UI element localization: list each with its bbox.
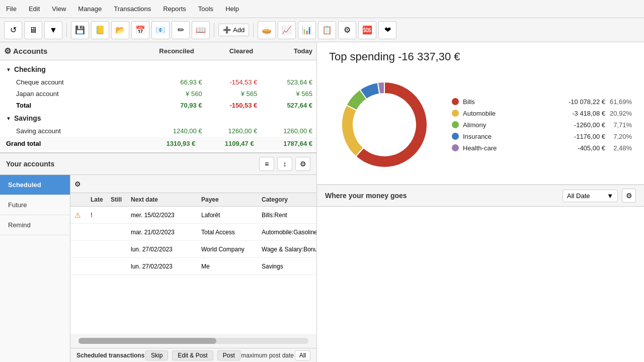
menu-reports[interactable]: Reports [161,4,188,14]
scheduled-bottom: Scheduled Future Remind ⚙ Late Still Nex… [0,175,316,362]
toolbar-bar-btn[interactable]: 📊 [298,21,316,39]
health-pct: 2,48% [609,144,632,152]
table-row[interactable]: ⚠ ! mer. 15/02/2023 Laforêt Bills:Rent h… [70,207,316,224]
toolbar-fav-btn[interactable]: ❤ [378,21,396,39]
warn-icon: ⚠ [70,210,87,220]
menu-edit[interactable]: Edit [27,4,42,14]
donut-chart [329,69,440,180]
edit-post-btn[interactable]: Edit & Post [172,350,213,360]
menu-help[interactable]: Help [223,4,241,14]
where-money-gear-btn[interactable]: ⚙ [622,189,636,203]
toolbar-email-btn[interactable]: 📧 [151,21,170,39]
payee-cell: Laforêt [197,211,258,220]
col-cleared: Cleared [194,47,254,55]
sched-label: Scheduled transactions [76,352,144,359]
settings-accounts-btn[interactable]: ⚙ [295,157,310,171]
saving-account-name: Saving account [16,127,147,135]
where-money-label: Where your money goes [325,192,407,200]
savings-group-header[interactable]: ▼ Savings [0,111,316,125]
cheque-cleared: -154,53 € [202,78,258,86]
bills-dot [452,98,459,105]
toolbar-pie-btn[interactable]: 🥧 [258,21,276,39]
left-panel: ⚙ Accounts Reconciled Cleared Today ▼ Ch… [0,42,317,362]
saving-account-row[interactable]: Saving account 1240,00 € 1260,00 € 1260,… [0,125,316,137]
menu-transactions[interactable]: Transactions [112,4,153,14]
saving-cleared: 1260,00 € [202,127,258,135]
toolbar-accounts-btn[interactable]: 📒 [91,21,109,39]
cheque-today: 523,64 € [257,78,312,86]
toolbar-separator-2 [214,23,214,37]
warn-cell [70,231,87,233]
tab-future[interactable]: Future [0,195,70,215]
category-cell: Automobile:Gasoline [258,228,316,237]
health-val: -405,00 € [555,144,605,152]
trans-gear-icon[interactable]: ⚙ [74,180,81,188]
bills-pct: 61,69% [609,98,632,106]
bills-val: -10 078,22 € [555,98,605,106]
toolbar-add-btn[interactable]: ➕ Add [218,24,249,36]
cheque-account-row[interactable]: Cheque account 66,93 € -154,53 € 523,64 … [0,76,316,88]
insurance-pct: 7,20% [609,133,632,140]
table-row[interactable]: lun. 27/02/2023 Me Savings for hard time… [70,258,316,275]
cheque-account-name: Cheque account [16,78,147,86]
insurance-label: Insurance [463,133,551,140]
toolbar-book-btn[interactable]: 📖 [192,21,210,39]
gear-icon[interactable]: ⚙ [4,46,11,56]
table-row[interactable]: lun. 27/02/2023 World Company Wage & Sal… [70,241,316,258]
auto-pct: 20,92% [609,110,632,117]
menu-manage[interactable]: Manage [76,4,104,14]
menu-tools[interactable]: Tools [196,4,215,14]
main-layout: ⚙ Accounts Reconciled Cleared Today ▼ Ch… [0,42,644,362]
post-btn[interactable]: Post [217,350,240,360]
toolbar-separator-1 [66,23,67,37]
checking-total-cleared: -150,53 € [202,102,258,109]
accounts-header: ⚙ Accounts Reconciled Cleared Today [0,42,316,60]
top-spending-title: Top spending -16 337,30 € [329,50,632,63]
tab-scheduled[interactable]: Scheduled [0,175,70,195]
japan-today: ¥ 565 [257,90,312,98]
th-payee: Payee [197,195,258,204]
skip-btn[interactable]: Skip [145,350,168,360]
menu-view[interactable]: View [50,4,68,14]
menu-file[interactable]: File [4,4,19,14]
date-select-dropdown[interactable]: All Date ▼ [562,190,618,202]
toolbar-help-btn[interactable]: 🆘 [358,21,376,39]
japan-cleared: ¥ 565 [202,90,258,98]
accounts-section: ⚙ Accounts Reconciled Cleared Today ▼ Ch… [0,42,316,153]
toolbar-save-btn[interactable]: 💾 [71,21,89,39]
th-warn [70,195,87,204]
toolbar-report-btn[interactable]: 📋 [318,21,336,39]
legend-item-alimony: Alimony -1260,00 € 7,71% [452,121,632,129]
filter-btn[interactable]: ≡ [259,157,274,171]
toolbar-back-btn[interactable]: ↺ [4,21,22,39]
toolbar-settings-btn[interactable]: ⚙ [338,21,356,39]
toolbar-schedule-btn[interactable]: 📅 [131,21,149,39]
accounts-bar-buttons: ≡ ↕ ⚙ [259,157,310,171]
toolbar-dropdown-btn[interactable]: ▼ [44,21,62,39]
checking-total-today: 527,64 € [257,102,312,109]
toolbar-home-btn[interactable]: 🖥 [24,21,42,39]
all-btn[interactable]: All [295,350,310,360]
accounts-title: Accounts [13,47,47,55]
grand-total-cleared: 1109,47 € [195,140,254,147]
legend-item-auto: Automobile -3 418,08 € 20,92% [452,110,632,117]
grand-total-reconciled: 1310,93 € [137,140,195,147]
toolbar-edit-btn[interactable]: ✏ [172,21,190,39]
sort-btn[interactable]: ↕ [277,157,292,171]
h-scrollbar-track[interactable] [78,338,308,344]
checking-group-header[interactable]: ▼ Checking [0,62,316,76]
tab-remind[interactable]: Remind [0,215,70,235]
japan-account-row[interactable]: Japan account ¥ 560 ¥ 565 ¥ 565 [0,88,316,100]
toolbar-open-btn[interactable]: 📂 [111,21,129,39]
checking-total-reconciled: 70,93 € [147,102,202,109]
th-category: Category [258,195,316,204]
savings-arrow: ▼ [6,116,11,121]
trans-col-headers: Late Still Next date Payee Category Memo… [70,193,316,207]
accounts-body: ▼ Checking Cheque account 66,93 € -154,5… [0,60,316,152]
table-row[interactable]: mar. 21/02/2023 Total Access Automobile:… [70,224,316,241]
transactions-area: ⚙ Late Still Next date Payee Category Me… [70,175,316,362]
toolbar: ↺ 🖥 ▼ 💾 📒 📂 📅 📧 ✏ 📖 ➕ Add 🥧 📈 📊 📋 ⚙ 🆘 ❤ [0,18,644,42]
toolbar-trend-btn[interactable]: 📈 [278,21,296,39]
dropdown-arrow-icon: ▼ [607,192,613,200]
h-scrollbar-thumb[interactable] [78,338,216,344]
